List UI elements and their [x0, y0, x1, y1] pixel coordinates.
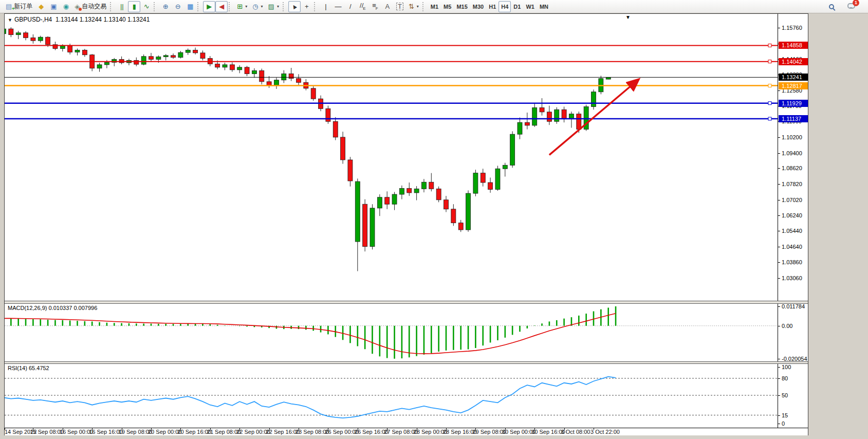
candles-group: [5, 26, 611, 271]
timeframe-m5-label: M5: [444, 4, 451, 10]
date-label: 26 Sep 00:00: [325, 429, 358, 435]
crosshair-button[interactable]: +: [301, 1, 313, 12]
axis-tick-label: 100: [782, 364, 791, 370]
bar-chart-button[interactable]: ||: [116, 1, 128, 12]
timeframe-m1[interactable]: M1: [428, 1, 441, 12]
axis-tick: [778, 424, 780, 424]
indicators-icon: ⊞: [237, 3, 243, 10]
price-axis[interactable]: 1.157601.149401.141601.133801.125801.117…: [778, 14, 808, 428]
level-price-label: 1.14858: [779, 42, 808, 49]
timeframe-mn[interactable]: MN: [537, 1, 551, 12]
date-label: 22 Sep 16:00: [266, 429, 300, 435]
timeframe-h1[interactable]: H1: [486, 1, 498, 12]
zoom-in-button[interactable]: ⊕: [159, 1, 172, 12]
templates-button[interactable]: ▨▾: [266, 1, 282, 12]
notification-badge: 1: [853, 0, 859, 6]
rsi-line: [5, 377, 616, 418]
axis-tick: [778, 326, 780, 326]
periods-button[interactable]: ◷▾: [250, 1, 265, 12]
axis-tick-label: 80: [782, 375, 788, 381]
templates-icon: ▨: [268, 3, 274, 10]
horizontal-levels-group: [5, 44, 778, 120]
dropdown-caret-icon[interactable]: ▾: [277, 4, 279, 9]
axis-tick-label: 1.15760: [782, 25, 802, 31]
time-axis[interactable]: 14 Sep 202215 Sep 08:0016 Sep 00:0016 Se…: [5, 428, 808, 435]
toolbar-separator: [283, 2, 285, 11]
new-order-icon: ▤+: [6, 3, 12, 10]
macd-chart-canvas[interactable]: [5, 304, 778, 361]
main-toolbar: ▤+新订单◆▣◉◈自动交易||▮∿⊕⊖▦▶◀⊞▾◷▾▨▾▲+|—///E≡FAT…: [0, 0, 868, 13]
price-chart-canvas[interactable]: [5, 14, 778, 301]
search-icon: [829, 4, 834, 9]
tile-windows-button[interactable]: ▦: [184, 1, 196, 12]
timeframe-m15[interactable]: M15: [454, 1, 470, 12]
date-label: 16 Sep 16:00: [89, 429, 122, 435]
candlestick-chart-button[interactable]: ▮: [128, 1, 140, 12]
vertical-line-icon: |: [325, 3, 326, 10]
date-label: 15 Sep 08:00: [30, 429, 63, 435]
axis-tick: [778, 278, 780, 279]
date-label: 16 Sep 00:00: [60, 429, 93, 435]
timeframe-w1-label: W1: [526, 4, 534, 10]
dropdown-caret-icon[interactable]: ▾: [245, 4, 247, 9]
timeframe-m30[interactable]: M30: [470, 1, 486, 12]
chart-shift-button[interactable]: ◀: [215, 1, 228, 12]
collapse-chart-icon[interactable]: ▼: [8, 17, 12, 23]
axis-tick: [778, 262, 780, 263]
axis-tick: [778, 137, 780, 138]
autotrading-button[interactable]: ◈自动交易: [72, 1, 109, 12]
toolbar-right-group: 1: [825, 1, 865, 12]
crosshair-icon: +: [305, 3, 309, 10]
panel-separator[interactable]: [5, 301, 808, 304]
arrows-button[interactable]: ⇅▾: [406, 1, 421, 12]
market-watch-icon: ▣: [50, 3, 57, 10]
chart-area[interactable]: ▼GBPUSD-,H4 1.13144 1.13244 1.13140 1.13…: [5, 14, 778, 428]
new-order-button[interactable]: ▤+新订单: [3, 1, 35, 12]
horizontal-line-button[interactable]: —: [332, 1, 344, 12]
search-button[interactable]: [825, 1, 838, 12]
equidistant-channel-button[interactable]: //E: [357, 1, 369, 12]
signals-button[interactable]: ◉: [60, 1, 72, 12]
date-label: 21 Sep 08:00: [207, 429, 241, 435]
clock-icon: ◷: [252, 3, 258, 10]
trendline-button[interactable]: /: [344, 1, 357, 12]
zoom-out-button[interactable]: ⊖: [172, 1, 184, 12]
axis-tick-label: 1.07020: [782, 197, 802, 203]
panel-separator[interactable]: [5, 361, 808, 364]
cursor-button[interactable]: ▲: [288, 1, 301, 12]
text-button[interactable]: A: [381, 1, 394, 12]
date-label: 28 Sep 16:00: [443, 429, 476, 435]
metaeditor-button[interactable]: ◆: [35, 1, 47, 12]
axis-tick: [778, 367, 780, 368]
arrows-icon: ⇅: [409, 3, 414, 10]
last-bar-shift-marker[interactable]: ▼: [625, 14, 631, 20]
timeframe-m5[interactable]: M5: [441, 1, 454, 12]
rsi-chart-canvas[interactable]: [5, 364, 778, 428]
date-label: 29 Sep 08:00: [472, 429, 506, 435]
indicators-button[interactable]: ⊞▾: [234, 1, 250, 12]
chart-title: ▼GBPUSD-,H4 1.13144 1.13244 1.13140 1.13…: [8, 16, 150, 23]
timeframe-h1-label: H1: [489, 4, 496, 10]
timeframe-h4[interactable]: H4: [498, 1, 511, 12]
toolbar-separator: [422, 2, 425, 11]
line-chart-button[interactable]: ∿: [140, 1, 153, 12]
autotrading-button-label: 自动交易: [82, 2, 106, 11]
market-watch-button[interactable]: ▣: [47, 1, 60, 12]
timeframe-w1[interactable]: W1: [523, 1, 537, 12]
toolbar-separator: [110, 2, 113, 11]
timeframe-d1[interactable]: D1: [511, 1, 523, 12]
axis-tick: [778, 168, 780, 169]
dropdown-caret-icon[interactable]: ▾: [417, 4, 419, 9]
dropdown-caret-icon[interactable]: ▾: [261, 4, 263, 9]
vertical-line-button[interactable]: |: [320, 1, 332, 12]
axis-tick: [778, 306, 780, 307]
auto-scroll-button[interactable]: ▶: [203, 1, 215, 12]
text-label-button[interactable]: T: [394, 1, 406, 12]
axis-tick-label: 1.09400: [782, 150, 802, 156]
fibonacci-button[interactable]: ≡F: [369, 1, 381, 12]
level-price-label: 1.14042: [779, 58, 808, 65]
timeframe-m30-label: M30: [473, 4, 484, 10]
chat-button[interactable]: 1: [845, 1, 858, 12]
timeframe-m1-label: M1: [431, 4, 438, 10]
axis-tick-label: 1.03860: [782, 259, 802, 265]
